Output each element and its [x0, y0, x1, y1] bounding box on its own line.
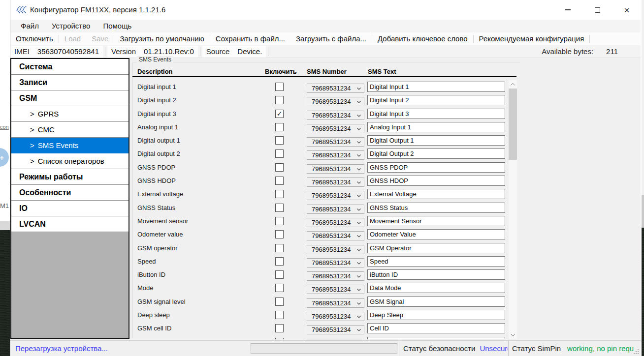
- sms-text-input[interactable]: [367, 176, 505, 186]
- menu-item-1[interactable]: Файл: [14, 20, 45, 32]
- row-enable-checkbox[interactable]: [275, 96, 284, 104]
- sms-number-combobox[interactable]: 79689531234: [307, 218, 364, 227]
- info-bar: IMEI 356307040592841 Version 01.21.10.Re…: [10, 45, 641, 58]
- toolbar-separator: [589, 35, 590, 43]
- close-button[interactable]: ×: [613, 0, 641, 20]
- maximize-icon: [595, 7, 600, 13]
- sidebar-item[interactable]: >СМС: [11, 122, 129, 138]
- row-enable-checkbox[interactable]: [275, 324, 284, 332]
- row-enable-checkbox[interactable]: [275, 177, 284, 185]
- sidebar-item[interactable]: Режимы работы: [11, 169, 129, 185]
- row-enable-checkbox[interactable]: [275, 257, 284, 266]
- row-enable-checkbox[interactable]: [275, 230, 284, 238]
- row-enable-checkbox[interactable]: [275, 217, 284, 225]
- toolbar-button[interactable]: Рекомендуемая конфигурация: [474, 32, 590, 45]
- sidebar-item-label: Режимы работы: [19, 173, 83, 181]
- sms-number-combobox[interactable]: 79689531234: [307, 245, 364, 254]
- sms-number-combobox[interactable]: 79689531234: [307, 191, 364, 200]
- sidebar-item[interactable]: Особенности: [11, 185, 129, 201]
- sidebar-item[interactable]: GSM: [11, 90, 129, 106]
- sms-text-input[interactable]: [367, 216, 505, 226]
- sms-number-value: 79689531234: [312, 125, 351, 132]
- menu-item-2[interactable]: Устройство: [45, 20, 97, 32]
- sms-text-input[interactable]: [367, 269, 505, 280]
- sms-text-input[interactable]: [367, 283, 505, 293]
- sms-text-input[interactable]: [367, 243, 505, 253]
- toolbar-button[interactable]: Загрузить по умолчанию: [114, 32, 209, 45]
- minimize-button[interactable]: [554, 0, 581, 20]
- sidebar-item[interactable]: Система: [11, 59, 129, 75]
- maximize-button[interactable]: [583, 0, 611, 20]
- sms-number-combobox[interactable]: 79689531234: [307, 339, 364, 339]
- row-enable-checkbox[interactable]: [275, 244, 284, 252]
- sms-number-combobox[interactable]: 79689531234: [307, 271, 364, 281]
- resize-grip[interactable]: [633, 348, 639, 355]
- sidebar-item[interactable]: >GPRS: [11, 106, 129, 122]
- row-enable-checkbox[interactable]: [275, 149, 284, 158]
- toolbar-button[interactable]: Добавить ключевое слово: [372, 32, 473, 45]
- row-enable-checkbox[interactable]: [275, 311, 284, 319]
- sms-number-combobox[interactable]: 79689531234: [307, 298, 364, 308]
- sms-number-combobox[interactable]: 79689531234: [307, 285, 364, 294]
- row-enable-checkbox[interactable]: [275, 190, 284, 198]
- sms-text-input[interactable]: [367, 203, 505, 213]
- scrollbar-down-button[interactable]: [509, 331, 517, 339]
- toolbar-button[interactable]: Отключить: [10, 32, 59, 45]
- sidebar-item[interactable]: >Список операторов: [11, 153, 129, 169]
- row-enable-checkbox[interactable]: [275, 83, 284, 91]
- table-row: Mode 79689531234: [132, 281, 521, 295]
- sms-text-input[interactable]: [367, 95, 505, 105]
- row-enable-checkbox[interactable]: [275, 123, 284, 131]
- sms-number-combobox[interactable]: 79689531234: [307, 325, 364, 334]
- sidebar-item[interactable]: >SMS Events: [11, 138, 129, 153]
- sms-text-input[interactable]: [367, 310, 505, 320]
- sms-number-combobox[interactable]: 79689531234: [307, 312, 364, 321]
- sms-text-input[interactable]: [367, 189, 505, 199]
- row-enable-checkbox[interactable]: [275, 338, 284, 339]
- sidebar-item[interactable]: LVCAN: [11, 216, 129, 232]
- sms-number-combobox[interactable]: 79689531234: [307, 124, 364, 133]
- scrollbar-up-button[interactable]: [509, 80, 517, 89]
- sms-number-value: 79689531234: [312, 286, 351, 293]
- row-enable-checkbox[interactable]: [275, 136, 284, 145]
- sms-number-combobox[interactable]: 79689531234: [307, 137, 364, 147]
- row-enable-checkbox[interactable]: [275, 163, 284, 172]
- sms-text-input[interactable]: [367, 122, 505, 132]
- background-link-fragment: con: [0, 124, 9, 130]
- sidebar-item[interactable]: IO: [11, 201, 129, 216]
- sms-text-input[interactable]: [367, 229, 505, 239]
- sms-number-combobox[interactable]: 79689531234: [307, 111, 364, 120]
- sms-text-input[interactable]: [367, 337, 505, 339]
- sms-text-input[interactable]: [367, 82, 505, 92]
- row-enable-checkbox[interactable]: [275, 270, 284, 279]
- sms-number-combobox[interactable]: 79689531234: [307, 231, 364, 240]
- sms-number-combobox[interactable]: 79689531234: [307, 178, 364, 187]
- sms-text-input[interactable]: [367, 323, 505, 333]
- sms-number-combobox[interactable]: 79689531234: [307, 164, 364, 174]
- sms-text-input[interactable]: [367, 135, 505, 146]
- sms-text-input[interactable]: [367, 148, 505, 159]
- sms-number-combobox[interactable]: 79689531234: [307, 205, 364, 214]
- row-enable-checkbox[interactable]: [275, 297, 284, 306]
- app-logo-icon: [16, 6, 27, 14]
- toolbar-button[interactable]: Сохранить в файл...: [210, 32, 290, 45]
- row-enable-checkbox[interactable]: ✓: [275, 110, 284, 118]
- sms-text-input[interactable]: [367, 297, 505, 307]
- sms-text-input[interactable]: [367, 109, 505, 119]
- menu-item-3[interactable]: Помощь: [97, 20, 138, 32]
- sms-text-input[interactable]: [367, 162, 505, 173]
- sidebar-item[interactable]: Записи: [11, 75, 129, 90]
- sms-text-input[interactable]: [367, 256, 505, 267]
- column-header-enable: Включить: [265, 68, 297, 75]
- toolbar-button[interactable]: Загрузить с файла...: [290, 32, 372, 45]
- sidebar-item-label: GPRS: [38, 110, 59, 118]
- sms-number-combobox[interactable]: 79689531234: [307, 97, 364, 106]
- row-enable-checkbox[interactable]: [275, 284, 284, 292]
- sms-number-combobox[interactable]: 79689531234: [307, 84, 364, 93]
- chevron-down-icon: [357, 222, 361, 224]
- sms-number-combobox[interactable]: 79689531234: [307, 150, 364, 160]
- chevron-down-icon: [357, 101, 361, 103]
- sms-number-combobox[interactable]: 79689531234: [307, 258, 364, 267]
- scrollbar-thumb[interactable]: [509, 89, 517, 160]
- row-enable-checkbox[interactable]: [275, 204, 284, 212]
